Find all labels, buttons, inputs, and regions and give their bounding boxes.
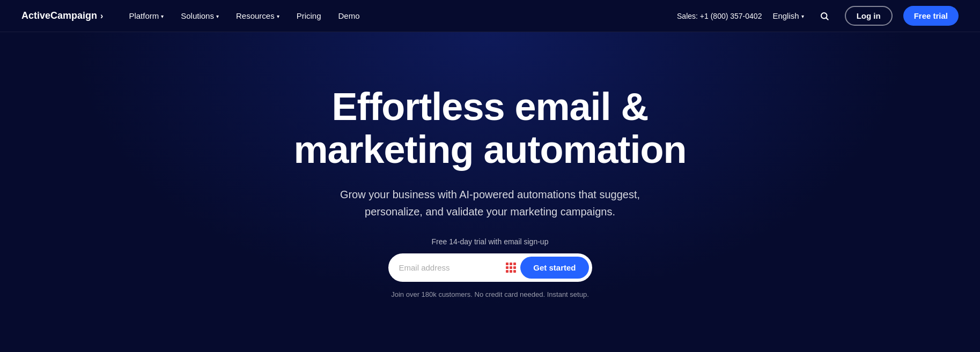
nav-demo-label: Demo (338, 11, 360, 20)
search-icon (820, 11, 829, 21)
logo[interactable]: ActiveCampaign › (21, 10, 103, 21)
get-started-button[interactable]: Get started (520, 257, 588, 279)
hero-subtitle: Grow your business with AI-powered autom… (319, 186, 662, 220)
trial-label: Free 14-day trial with email sign-up (432, 237, 549, 246)
svg-line-1 (826, 18, 828, 19)
email-form: Get started (388, 253, 592, 282)
nav-item-solutions[interactable]: Solutions ▾ (174, 7, 225, 25)
sales-text: Sales: +1 (800) 357-0402 (677, 12, 762, 20)
grid-email-icon (506, 263, 516, 273)
hero-footnote: Join over 180k customers. No credit card… (391, 290, 589, 298)
nav-item-demo[interactable]: Demo (332, 7, 366, 25)
chevron-down-icon: ▾ (161, 13, 164, 19)
language-selector[interactable]: English ▾ (772, 11, 804, 20)
chevron-down-icon: ▾ (801, 13, 804, 19)
chevron-down-icon: ▾ (216, 13, 219, 19)
nav-left: ActiveCampaign › Platform ▾ Solutions ▾ … (21, 7, 366, 25)
search-button[interactable] (815, 6, 834, 26)
nav-item-pricing[interactable]: Pricing (290, 7, 328, 25)
nav-item-resources[interactable]: Resources ▾ (230, 7, 286, 25)
chevron-down-icon: ▾ (277, 13, 279, 19)
hero-section: Effortless email & marketing automation … (0, 32, 980, 352)
nav-pricing-label: Pricing (297, 11, 321, 20)
hero-title: Effortless email & marketing automation (249, 86, 732, 170)
logo-text: ActiveCampaign (21, 10, 97, 21)
login-button[interactable]: Log in (845, 6, 893, 26)
nav-links: Platform ▾ Solutions ▾ Resources ▾ Prici… (122, 7, 366, 25)
logo-arrow: › (100, 11, 103, 21)
navbar: ActiveCampaign › Platform ▾ Solutions ▾ … (0, 0, 980, 32)
nav-solutions-label: Solutions (181, 11, 214, 20)
nav-right: Sales: +1 (800) 357-0402 English ▾ Log i… (677, 6, 959, 26)
nav-item-platform[interactable]: Platform ▾ (122, 7, 170, 25)
free-trial-button[interactable]: Free trial (903, 6, 959, 26)
email-input[interactable] (399, 263, 502, 272)
nav-platform-label: Platform (129, 11, 159, 20)
nav-resources-label: Resources (236, 11, 275, 20)
language-label: English (772, 11, 799, 20)
